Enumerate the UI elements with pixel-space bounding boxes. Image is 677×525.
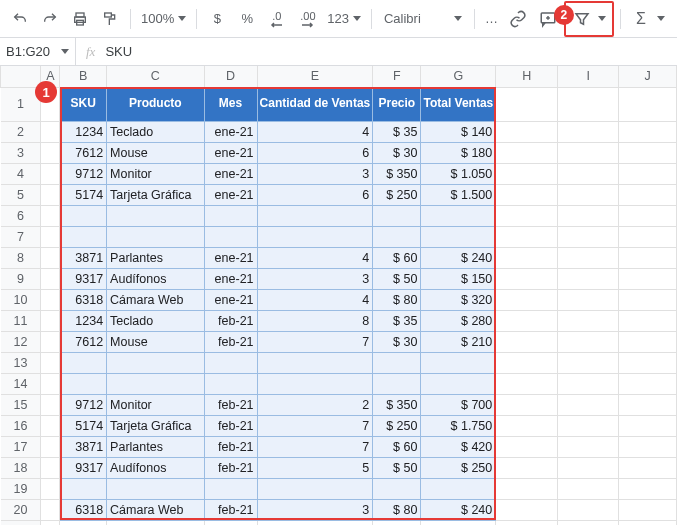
row-header[interactable]: 15 [1,394,41,415]
grid-row[interactable]: 165174Tarjeta Gráficafeb-217$ 250$ 1.750 [1,415,677,436]
row-header[interactable]: 12 [1,331,41,352]
data-cell[interactable] [421,352,496,373]
cell[interactable] [496,310,558,331]
zoom-select[interactable]: 100% [137,5,190,33]
data-cell[interactable] [257,205,373,226]
cell[interactable] [41,310,60,331]
cell[interactable] [41,520,60,525]
decrease-decimal-button[interactable]: .0 [263,5,291,33]
data-cell[interactable]: $ 320 [421,289,496,310]
table-header-cell[interactable]: Total Ventas [421,87,496,121]
data-cell[interactable]: 6318 [60,289,107,310]
grid-row[interactable]: 83871Parlantesene-214$ 60$ 240 [1,247,677,268]
col-header[interactable]: H [496,66,558,87]
grid-row[interactable]: 6 [1,205,677,226]
cell[interactable] [496,247,558,268]
data-cell[interactable]: feb-21 [204,457,257,478]
grid-row[interactable]: 206318Cámara Webfeb-213$ 80$ 240 [1,499,677,520]
data-cell[interactable]: feb-21 [204,415,257,436]
data-cell[interactable] [373,352,421,373]
cell[interactable] [619,499,677,520]
cell[interactable] [619,163,677,184]
cell[interactable] [619,520,677,525]
data-cell[interactable]: Cámara Web [107,499,204,520]
cell[interactable] [558,142,619,163]
cell[interactable] [41,184,60,205]
select-all-corner[interactable] [1,66,41,87]
grid-row[interactable]: 127612Mousefeb-217$ 30$ 210 [1,331,677,352]
toolbar-ellipsis[interactable]: … [481,11,502,26]
data-cell[interactable]: 1234 [60,310,107,331]
data-cell[interactable]: 3 [257,163,373,184]
cell[interactable] [558,478,619,499]
data-cell[interactable] [421,205,496,226]
cell[interactable] [558,289,619,310]
row-header[interactable]: 8 [1,247,41,268]
cell[interactable] [558,499,619,520]
data-cell[interactable]: $ 700 [421,394,496,415]
data-cell[interactable] [60,373,107,394]
data-cell[interactable]: $ 1.050 [421,163,496,184]
table-header-cell[interactable]: Cantidad de Ventas [257,87,373,121]
data-cell[interactable]: $ 30 [373,142,421,163]
cell[interactable] [496,478,558,499]
paint-format-button[interactable] [96,5,124,33]
data-cell[interactable]: Audífonos [107,268,204,289]
data-cell[interactable]: Teclado [107,310,204,331]
print-button[interactable] [66,5,94,33]
data-cell[interactable]: 6318 [60,499,107,520]
cell[interactable] [558,415,619,436]
cell[interactable] [619,331,677,352]
row-header[interactable]: 2 [1,121,41,142]
grid-row[interactable]: 37612Mouseene-216$ 30$ 180 [1,142,677,163]
data-cell[interactable] [107,373,204,394]
data-cell[interactable] [421,226,496,247]
cell[interactable] [496,436,558,457]
data-cell[interactable] [257,478,373,499]
data-cell[interactable]: ene-21 [204,142,257,163]
data-cell[interactable]: $ 140 [421,121,496,142]
cell[interactable] [619,352,677,373]
undo-button[interactable] [6,5,34,33]
data-cell[interactable]: 3 [257,268,373,289]
data-cell[interactable]: 4 [257,247,373,268]
data-cell[interactable]: feb-21 [204,331,257,352]
data-cell[interactable]: 8 [257,310,373,331]
data-cell[interactable] [373,478,421,499]
cell[interactable] [41,226,60,247]
data-cell[interactable]: Parlantes [107,247,204,268]
cell[interactable] [41,394,60,415]
row-header[interactable]: 19 [1,478,41,499]
data-cell[interactable]: Monitor [107,163,204,184]
cell[interactable] [558,436,619,457]
cell[interactable] [619,268,677,289]
cell[interactable] [204,520,257,525]
cell[interactable] [619,226,677,247]
cell[interactable] [619,436,677,457]
increase-decimal-button[interactable]: .00 [293,5,321,33]
cell[interactable] [558,457,619,478]
data-cell[interactable]: $ 80 [373,499,421,520]
data-cell[interactable] [204,352,257,373]
cell[interactable] [558,520,619,525]
cell[interactable] [496,415,558,436]
grid-row[interactable]: 106318Cámara Webene-214$ 80$ 320 [1,289,677,310]
data-cell[interactable]: $ 60 [373,436,421,457]
data-cell[interactable]: 9317 [60,457,107,478]
data-cell[interactable]: 4 [257,289,373,310]
data-cell[interactable] [204,205,257,226]
data-cell[interactable]: $ 50 [373,457,421,478]
data-cell[interactable]: 3 [257,499,373,520]
data-cell[interactable]: $ 150 [421,268,496,289]
data-cell[interactable]: $ 1.750 [421,415,496,436]
cell[interactable] [619,457,677,478]
cell[interactable] [496,352,558,373]
data-cell[interactable]: Audífonos [107,457,204,478]
data-cell[interactable] [204,226,257,247]
row-header[interactable]: 11 [1,310,41,331]
data-cell[interactable]: 1234 [60,121,107,142]
cell[interactable] [496,457,558,478]
row-header[interactable]: 3 [1,142,41,163]
cell[interactable] [496,121,558,142]
data-cell[interactable]: 7 [257,331,373,352]
